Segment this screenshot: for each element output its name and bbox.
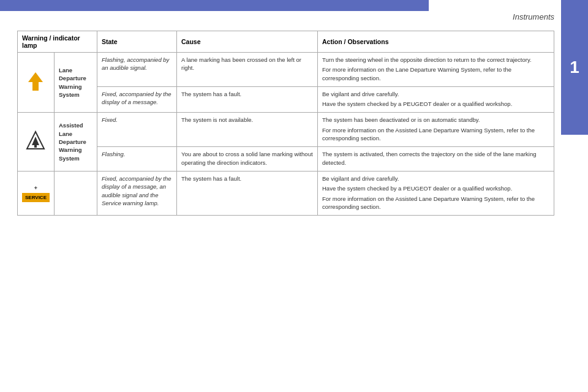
action-cell: Turn the steering wheel in the opposite … xyxy=(317,53,554,87)
page-tab: 1 xyxy=(561,0,588,135)
cause-cell: A lane marking has been crossed on the l… xyxy=(176,53,317,87)
table-row: + SERVICE Fixed, accompanied by the disp… xyxy=(18,171,554,215)
cause-cell: The system is not available. xyxy=(176,113,317,147)
col-header-state: State xyxy=(97,31,176,53)
table-row: Lane Departure Warning SystemFlashing, a… xyxy=(18,53,554,87)
state-cell: Flashing. xyxy=(97,147,176,172)
page-number: 1 xyxy=(570,58,579,77)
cause-cell: You are about to cross a solid lane mark… xyxy=(176,147,317,172)
cause-cell: The system has a fault. xyxy=(176,86,317,113)
state-cell: Flashing, accompanied by an audible sign… xyxy=(97,53,176,87)
assisted-lane-icon xyxy=(26,130,45,151)
label-cell-fault xyxy=(54,171,97,215)
label-cell-lane-departure: Lane Departure Warning System xyxy=(54,53,97,113)
icon-cell-assisted-lane xyxy=(18,113,55,171)
main-table-container: Warning / indicator lamp State Cause Act… xyxy=(17,31,554,368)
action-cell: Be vigilant and drive carefully.Have the… xyxy=(317,86,554,113)
icon-cell-lane-departure xyxy=(18,53,55,113)
action-cell: The system has been deactivated or is on… xyxy=(317,113,554,147)
state-cell: Fixed, accompanied by the display of a m… xyxy=(97,171,176,215)
fault-icon-group: + SERVICE xyxy=(22,184,50,202)
warning-table: Warning / indicator lamp State Cause Act… xyxy=(17,31,554,216)
table-row: Assisted Lane Departure Warning SystemFi… xyxy=(18,113,554,147)
state-cell: Fixed. xyxy=(97,113,176,147)
col-header-action: Action / Observations xyxy=(317,31,554,53)
plus-symbol: + xyxy=(34,184,37,192)
service-badge: SERVICE xyxy=(22,193,50,202)
table-row: Fixed, accompanied by the display of a m… xyxy=(18,86,554,113)
cause-cell: The system has a fault. xyxy=(176,171,317,215)
action-cell: The system is activated, then corrects t… xyxy=(317,147,554,172)
svg-marker-2 xyxy=(32,137,39,148)
icon-cell-fault: + SERVICE xyxy=(18,171,55,215)
table-row: Flashing.You are about to cross a solid … xyxy=(18,147,554,172)
lane-departure-icon xyxy=(27,71,44,92)
table-header-row: Warning / indicator lamp State Cause Act… xyxy=(18,31,554,53)
label-cell-assisted-lane: Assisted Lane Departure Warning System xyxy=(54,113,97,171)
action-cell: Be vigilant and drive carefully.Have the… xyxy=(317,171,554,215)
svg-marker-0 xyxy=(28,72,43,91)
page-title: Instruments xyxy=(513,12,554,21)
col-header-cause: Cause xyxy=(176,31,317,53)
col-header-lamp: Warning / indicator lamp xyxy=(18,31,97,53)
top-bar xyxy=(0,0,429,11)
state-cell: Fixed, accompanied by the display of a m… xyxy=(97,86,176,113)
